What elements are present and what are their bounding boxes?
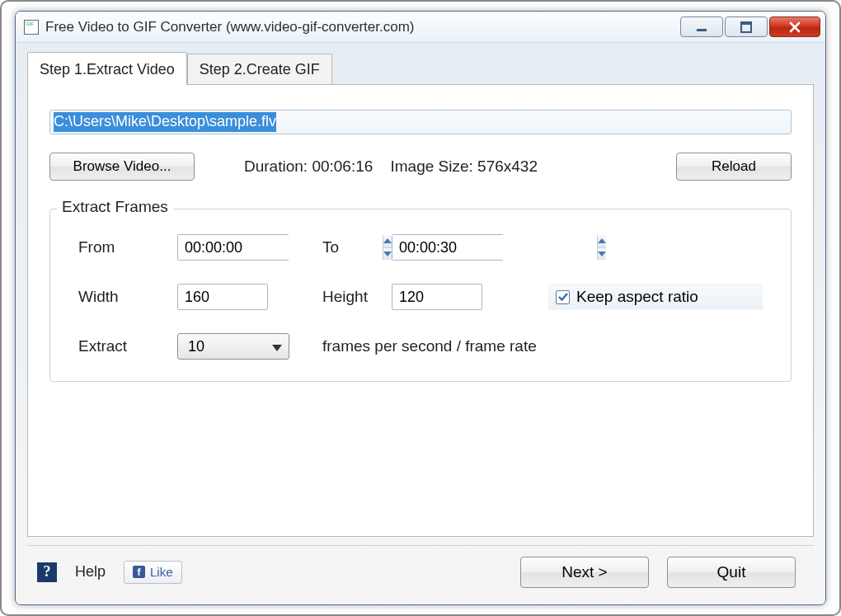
to-time-input[interactable] xyxy=(392,235,597,260)
from-label: From xyxy=(78,238,177,256)
checkbox-box xyxy=(556,290,570,304)
framerate-select[interactable]: 10 xyxy=(177,333,289,360)
next-button[interactable]: Next > xyxy=(520,557,649,588)
close-icon xyxy=(788,21,801,34)
keep-aspect-ratio-label: Keep aspect ratio xyxy=(576,288,698,306)
framerate-description: frames per second / frame rate xyxy=(301,337,763,355)
close-button[interactable] xyxy=(769,16,820,37)
duration-label: Duration: xyxy=(244,158,308,175)
app-window: Free Video to GIF Converter (www.video-g… xyxy=(15,11,826,605)
video-path-input[interactable]: C:\Users\Mike\Desktop\sample.flv xyxy=(49,110,792,134)
window-title: Free Video to GIF Converter (www.video-g… xyxy=(45,19,415,35)
browse-video-button[interactable]: Browse Video... xyxy=(49,153,195,181)
duration-info: Duration: 00:06:16 Image Size: 576x432 xyxy=(244,158,538,176)
tab-panel: C:\Users\Mike\Desktop\sample.flv Browse … xyxy=(27,84,814,537)
chevron-down-icon xyxy=(272,338,282,355)
extract-label: Extract xyxy=(78,337,177,355)
video-path-selection: C:\Users\Mike\Desktop\sample.flv xyxy=(54,112,276,132)
chevron-up-icon xyxy=(598,238,606,243)
minimize-button[interactable] xyxy=(680,16,723,37)
app-icon xyxy=(24,20,39,35)
help-icon[interactable]: ? xyxy=(37,562,57,582)
tab-step2[interactable]: Step 2.Create GIF xyxy=(187,54,332,85)
tab-strip: Step 1.Extract Video Step 2.Create GIF xyxy=(27,51,814,84)
window-controls xyxy=(680,16,820,37)
height-label: Height xyxy=(301,288,392,306)
footer-bar: ? Help f Like Next > Quit xyxy=(27,545,814,598)
svg-rect-0 xyxy=(697,29,707,31)
browse-row: Browse Video... Duration: 00:06:16 Image… xyxy=(49,153,792,181)
image-size-value: 576x432 xyxy=(477,158,538,175)
width-input[interactable] xyxy=(177,284,268,310)
image-size-label: Image Size: xyxy=(390,158,472,175)
to-spin-buttons xyxy=(597,235,606,260)
title-bar[interactable]: Free Video to GIF Converter (www.video-g… xyxy=(16,12,825,43)
extract-grid: From To xyxy=(78,234,763,360)
to-label: To xyxy=(301,238,392,256)
framerate-value: 10 xyxy=(188,338,204,355)
minimize-icon xyxy=(696,21,707,33)
tab-step1[interactable]: Step 1.Extract Video xyxy=(27,52,187,85)
keep-aspect-ratio-checkbox[interactable]: Keep aspect ratio xyxy=(548,284,763,310)
to-time-spinner[interactable] xyxy=(392,234,504,261)
extract-frames-fieldset: Extract Frames From To xyxy=(49,209,792,382)
maximize-icon xyxy=(740,21,752,33)
duration-value: 00:06:16 xyxy=(312,158,373,175)
like-label: Like xyxy=(150,565,173,579)
width-label: Width xyxy=(78,288,177,306)
help-link[interactable]: Help xyxy=(75,563,106,581)
facebook-icon: f xyxy=(133,566,145,578)
height-input[interactable] xyxy=(392,284,482,310)
maximize-button[interactable] xyxy=(725,16,768,37)
facebook-like-button[interactable]: f Like xyxy=(124,561,182,584)
from-time-spinner[interactable] xyxy=(177,234,289,261)
client-area: Step 1.Extract Video Step 2.Create GIF C… xyxy=(27,51,814,598)
reload-button[interactable]: Reload xyxy=(676,153,792,181)
to-spin-up[interactable] xyxy=(598,235,606,247)
quit-button[interactable]: Quit xyxy=(667,557,796,588)
to-spin-down[interactable] xyxy=(598,247,606,261)
fieldset-legend: Extract Frames xyxy=(57,198,173,216)
chevron-down-icon xyxy=(598,252,606,256)
svg-rect-2 xyxy=(741,22,751,25)
checkmark-icon xyxy=(558,292,568,302)
